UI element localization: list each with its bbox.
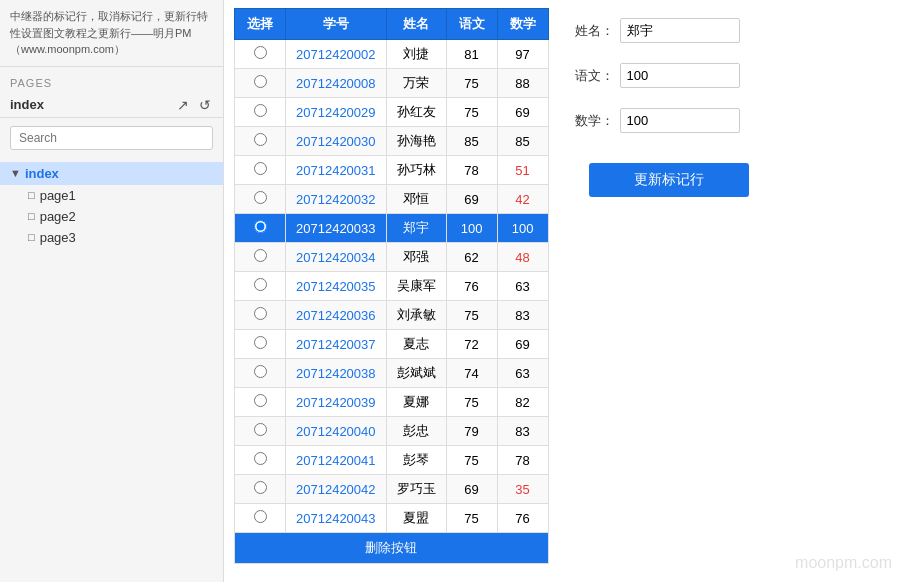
cell-shuxue: 76 [497,504,548,533]
row-radio[interactable] [254,162,267,175]
sidebar-header: 中继器的标记行，取消标记行，更新行特性设置图文教程之更新行——明月PM（www.… [0,0,223,67]
name-input[interactable] [620,18,740,43]
row-radio[interactable] [254,249,267,262]
row-radio[interactable] [254,278,267,291]
table-row[interactable]: 20712420038彭斌斌7463 [235,359,549,388]
table-row[interactable]: 20712420031孙巧林7851 [235,156,549,185]
table-row[interactable]: 20712420036刘承敏7583 [235,301,549,330]
cell-shuxue: 69 [497,330,548,359]
cell-name: 万荣 [386,69,446,98]
table-row[interactable]: 20712420042罗巧玉6935 [235,475,549,504]
table-row[interactable]: 20712420037夏志7269 [235,330,549,359]
col-header-xuehao: 学号 [286,9,387,40]
cell-xuehao: 20712420033 [286,214,387,243]
delete-button[interactable]: 删除按钮 [235,533,548,563]
cell-shuxue: 51 [497,156,548,185]
row-radio[interactable] [254,104,267,117]
index-row: index ↗ ↺ [0,93,223,118]
cell-xuehao: 20712420031 [286,156,387,185]
table-row[interactable]: 20712420034邓强6248 [235,243,549,272]
yuwen-label: 语文： [569,67,614,85]
sidebar-item-page2[interactable]: □ page2 [0,206,223,227]
export-icon-btn[interactable]: ↗ [175,97,191,113]
table-row[interactable]: 20712420032邓恒6942 [235,185,549,214]
cell-shuxue: 97 [497,40,548,69]
page-icon-2: □ [28,210,35,222]
col-header-yuwen: 语文 [446,9,497,40]
table-row[interactable]: 20712420030孙海艳8585 [235,127,549,156]
row-radio[interactable] [254,423,267,436]
table-row[interactable]: 20712420035吴康军7663 [235,272,549,301]
cell-xuehao: 20712420030 [286,127,387,156]
sidebar-item-page1[interactable]: □ page1 [0,185,223,206]
row-radio[interactable] [254,191,267,204]
refresh-icon-btn[interactable]: ↺ [197,97,213,113]
cell-yuwen: 75 [446,69,497,98]
sidebar-item-page3[interactable]: □ page3 [0,227,223,248]
table-row[interactable]: 20712420033郑宇100100 [235,214,549,243]
cell-xuehao: 20712420008 [286,69,387,98]
shuxue-input[interactable] [620,108,740,133]
table-row[interactable]: 20712420008万荣7588 [235,69,549,98]
table-row[interactable]: 20712420041彭琴7578 [235,446,549,475]
row-radio[interactable] [254,307,267,320]
cell-shuxue: 48 [497,243,548,272]
cell-shuxue: 35 [497,475,548,504]
yuwen-input[interactable] [620,63,740,88]
name-label: 姓名： [569,22,614,40]
cell-yuwen: 62 [446,243,497,272]
cell-xuehao: 20712420037 [286,330,387,359]
table-row[interactable]: 20712420029孙红友7569 [235,98,549,127]
tree-root-label: index [25,166,59,181]
table-row[interactable]: 20712420043夏盟7576 [235,504,549,533]
data-table: 选择 学号 姓名 语文 数学 20712420002刘捷819720712420… [234,8,549,564]
sidebar: 中继器的标记行，取消标记行，更新行特性设置图文教程之更新行——明月PM（www.… [0,0,224,582]
row-radio[interactable] [254,365,267,378]
row-radio[interactable] [254,46,267,59]
cell-name: 邓强 [386,243,446,272]
table-row[interactable]: 20712420040彭忠7983 [235,417,549,446]
main-content: 选择 学号 姓名 语文 数学 20712420002刘捷819720712420… [224,0,902,582]
cell-yuwen: 76 [446,272,497,301]
cell-name: 夏志 [386,330,446,359]
row-radio[interactable] [254,452,267,465]
cell-xuehao: 20712420036 [286,301,387,330]
cell-xuehao: 20712420034 [286,243,387,272]
row-radio[interactable] [254,510,267,523]
row-radio[interactable] [254,394,267,407]
search-input[interactable] [10,126,213,150]
cell-name: 彭忠 [386,417,446,446]
cell-yuwen: 75 [446,301,497,330]
content-area: 选择 学号 姓名 语文 数学 20712420002刘捷819720712420… [234,8,892,564]
update-button[interactable]: 更新标记行 [589,163,749,197]
cell-xuehao: 20712420035 [286,272,387,301]
row-radio[interactable] [254,75,267,88]
cell-yuwen: 78 [446,156,497,185]
cell-name: 彭斌斌 [386,359,446,388]
cell-name: 孙海艳 [386,127,446,156]
col-header-select: 选择 [235,9,286,40]
table-row[interactable]: 20712420002刘捷8197 [235,40,549,69]
row-radio[interactable] [254,336,267,349]
cell-xuehao: 20712420032 [286,185,387,214]
cell-shuxue: 63 [497,272,548,301]
col-header-shuxue: 数学 [497,9,548,40]
cell-yuwen: 79 [446,417,497,446]
cell-yuwen: 75 [446,504,497,533]
col-header-name: 姓名 [386,9,446,40]
pages-label: PAGES [0,67,223,93]
delete-row: 删除按钮 [235,533,549,564]
table-row[interactable]: 20712420039夏娜7582 [235,388,549,417]
index-icons: ↗ ↺ [175,97,213,113]
tree-arrow-icon: ▼ [10,167,21,179]
row-radio[interactable] [254,481,267,494]
sidebar-item-index[interactable]: ▼ index [0,162,223,185]
page-icon-1: □ [28,189,35,201]
cell-yuwen: 69 [446,185,497,214]
cell-shuxue: 69 [497,98,548,127]
cell-xuehao: 20712420043 [286,504,387,533]
row-radio[interactable] [254,133,267,146]
cell-yuwen: 75 [446,446,497,475]
cell-name: 邓恒 [386,185,446,214]
row-radio[interactable] [254,220,267,233]
